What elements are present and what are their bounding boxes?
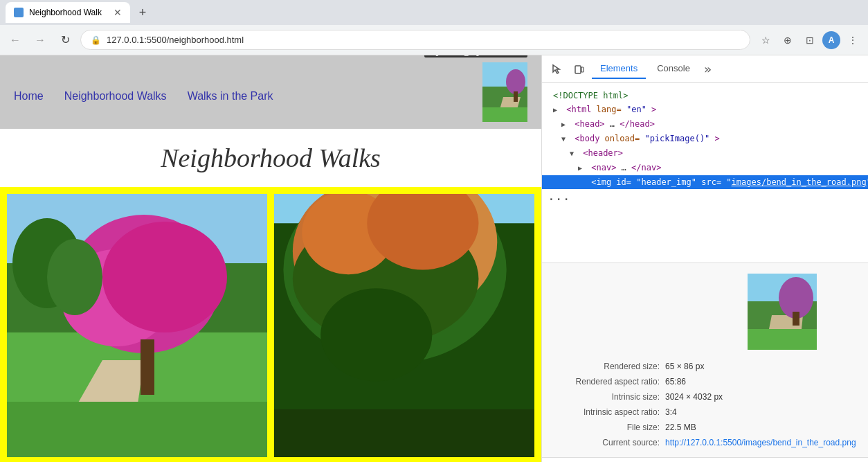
image-preview-box <box>741 270 824 353</box>
svg-rect-33 <box>793 312 799 326</box>
intrinsic-aspect-ratio-value: 3:4 <box>665 405 868 420</box>
address-text: 127.0.0.1:5500/neighborhood.html <box>107 35 244 45</box>
header-img-tooltip: img#header_img 64.79 × 86.39 <box>424 55 527 57</box>
file-size-value: 22.5 MB <box>665 420 868 435</box>
html-body[interactable]: ▼ <body onload= "pickImage()" > <box>542 132 868 146</box>
intrinsic-size-row: Intrinsic size: 3024 × 4032 px <box>549 389 868 405</box>
back-button[interactable]: ← <box>6 30 25 50</box>
tab-title: Neighborhood Walk <box>29 8 102 17</box>
nav-home[interactable]: Home <box>14 90 44 103</box>
page-title-section: Neighborhood Walks <box>0 129 541 187</box>
intrinsic-size-label: Intrinsic size: <box>549 389 660 405</box>
intrinsic-size-value: 3024 × 4032 px <box>665 389 868 405</box>
rendered-size-row: Rendered size: 65 × 86 px <box>549 359 868 374</box>
intrinsic-aspect-ratio-row: Intrinsic aspect ratio: 3:4 <box>549 405 868 420</box>
svg-rect-16 <box>7 402 267 457</box>
photo-1 <box>7 194 267 457</box>
photo-1-box <box>7 194 267 460</box>
html-img-selected[interactable]: <img id= "header_img" src= "images/bend_… <box>542 175 868 189</box>
page-nav: Home Neighborhood Walks Walks in the Par… <box>14 62 273 103</box>
toolbar-actions: ☆ ⊕ ⊡ A ⋮ <box>756 30 862 50</box>
forward-button[interactable]: → <box>30 30 50 50</box>
photo-2 <box>274 194 534 457</box>
nav-walks-in-park[interactable]: Walks in the Park <box>188 90 273 103</box>
refresh-button[interactable]: ↻ <box>55 30 75 50</box>
current-source-row: Current source: http://127.0.0.1:5500/im… <box>549 435 868 450</box>
header-img-scene <box>482 62 527 122</box>
device-icon <box>574 64 585 75</box>
svg-point-3 <box>506 69 525 94</box>
page-images-section <box>0 187 541 462</box>
webpage: Home Neighborhood Walks Walks in the Par… <box>0 55 541 462</box>
image-preview-thumb <box>748 274 817 350</box>
svg-rect-13 <box>141 339 154 395</box>
page-header: Home Neighborhood Walks Walks in the Par… <box>0 55 541 129</box>
browser-window: Neighborhood Walk ✕ + ← → ↻ 🔒 127.0.0.1:… <box>0 0 868 462</box>
devtools-panel: Elements Console » ⚙ ⋮ ✕ <!DOCTYPE html> <box>541 55 868 462</box>
svg-point-12 <box>102 222 227 332</box>
aspect-ratio-label: Rendered aspect ratio: <box>549 374 660 389</box>
intrinsic-aspect-ratio-label: Intrinsic aspect ratio: <box>549 405 660 420</box>
html-doctype: <!DOCTYPE html> <box>542 89 868 103</box>
refresh-icon: ↻ <box>61 33 70 46</box>
profile-avatar[interactable]: A <box>822 31 840 49</box>
svg-rect-5 <box>482 107 527 122</box>
html-header[interactable]: ▼ <header> <box>542 146 868 161</box>
device-toolbar-button[interactable] <box>570 60 589 79</box>
cursor-icon <box>552 64 563 75</box>
forward-icon: → <box>35 34 46 46</box>
image-preview-panel: Rendered size: 65 × 86 px Rendered aspec… <box>542 263 868 458</box>
devtools-body: <!DOCTYPE html> ▶ <html lang= "en" > ▶ <… <box>542 83 868 462</box>
more-tabs-button[interactable]: » <box>704 62 712 76</box>
header-img-svg <box>482 62 527 122</box>
rendered-size-value: 65 × 86 px <box>665 359 868 374</box>
header-img-container: img#header_img 64.79 × 86.39 <box>482 62 527 122</box>
nav-neighborhood-walks[interactable]: Neighborhood Walks <box>64 90 167 103</box>
svg-point-25 <box>320 288 432 381</box>
devtools-toolbar: Elements Console » ⚙ ⋮ ✕ <box>542 55 868 83</box>
tab-favicon <box>14 8 24 17</box>
console-tab[interactable]: Console <box>649 59 698 79</box>
html-nav[interactable]: ▶ <nav> … </nav> <box>542 161 868 175</box>
rendered-size-label: Rendered size: <box>549 359 660 374</box>
bookmark-star-button[interactable]: ☆ <box>756 30 775 50</box>
svg-rect-34 <box>748 329 817 350</box>
photo-2-box <box>274 194 534 460</box>
header-image <box>482 62 527 122</box>
lock-icon: 🔒 <box>91 35 101 45</box>
address-input[interactable]: 🔒 127.0.0.1:5500/neighborhood.html <box>80 30 750 50</box>
file-size-row: File size: 22.5 MB <box>549 420 868 435</box>
svg-rect-26 <box>274 409 534 457</box>
current-source-value[interactable]: http://127.0.0.1:5500/images/bend_in_the… <box>665 435 868 450</box>
back-icon: ← <box>10 34 21 46</box>
content-area: Home Neighborhood Walks Walks in the Par… <box>0 55 868 462</box>
element-picker-button[interactable] <box>548 60 567 79</box>
aspect-ratio-value: 65:86 <box>665 374 868 389</box>
tab-bar: Neighborhood Walk ✕ + <box>0 0 868 25</box>
address-bar: ← → ↻ 🔒 127.0.0.1:5500/neighborhood.html… <box>0 25 868 55</box>
elements-tab[interactable]: Elements <box>592 59 646 79</box>
html-html[interactable]: ▶ <html lang= "en" > <box>542 103 868 117</box>
html-tree-panel: <!DOCTYPE html> ▶ <html lang= "en" > ▶ <… <box>542 83 868 263</box>
new-tab-button[interactable]: + <box>133 3 152 22</box>
extension-button[interactable]: ⊕ <box>778 30 797 50</box>
current-source-label: Current source: <box>549 435 660 450</box>
css-panel: header img { width: 10%; position: relat… <box>542 458 868 462</box>
svg-rect-27 <box>575 66 581 73</box>
html-head[interactable]: ▶ <head> … </head> <box>542 117 868 132</box>
html-dots-menu[interactable]: ··· <box>542 189 868 209</box>
zoom-button[interactable]: ⊡ <box>800 30 820 50</box>
file-size-label: File size: <box>549 420 660 435</box>
page-title: Neighborhood Walks <box>14 143 527 173</box>
svg-rect-28 <box>581 67 584 72</box>
svg-rect-4 <box>514 91 518 102</box>
active-tab[interactable]: Neighborhood Walk ✕ <box>6 2 130 23</box>
more-button[interactable]: ⋮ <box>843 30 862 50</box>
aspect-ratio-row: Rendered aspect ratio: 65:86 <box>549 374 868 389</box>
svg-point-15 <box>47 239 102 315</box>
tab-close-button[interactable]: ✕ <box>114 7 122 18</box>
image-info-table: Rendered size: 65 × 86 px Rendered aspec… <box>549 359 868 450</box>
